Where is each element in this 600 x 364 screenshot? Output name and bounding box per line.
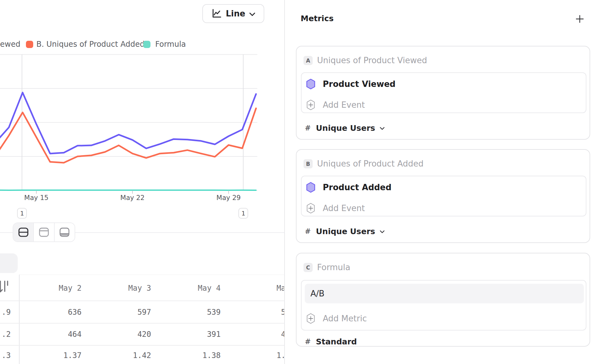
table-cell-partial: .3	[0, 351, 11, 360]
table-cell: 59	[227, 308, 284, 317]
hexagon-plus-icon[interactable]	[307, 203, 315, 214]
table-cell: 1.37	[18, 351, 82, 360]
metric-card-a: A Uniques of Product Viewed Product View…	[296, 46, 590, 140]
table-cell: 420	[88, 330, 151, 339]
metric-badge-a: A	[303, 56, 313, 65]
table-cell-partial: .2	[0, 330, 11, 339]
table-header[interactable]: May 3	[88, 284, 151, 293]
event-row[interactable]: Product Viewed	[323, 79, 395, 89]
chart-panel: Line ewed B. Uniques of Product Added Fo…	[0, 0, 284, 364]
layout-view-toggle	[13, 222, 75, 242]
formula-editor: A/B Add Metric	[301, 280, 586, 331]
event-list: Product Added Add Event	[301, 176, 586, 216]
series-line-1[interactable]	[0, 93, 256, 154]
truncated-chip[interactable]	[0, 253, 18, 273]
legend-item-a[interactable]: ewed	[0, 40, 20, 49]
add-event-button[interactable]: Add Event	[323, 203, 365, 214]
table-border	[0, 345, 284, 346]
table-cell-partial: .9	[0, 308, 11, 317]
chevron-down-icon	[249, 12, 255, 16]
event-list: Product Viewed Add Event	[301, 72, 586, 113]
toggle-split-rows[interactable]	[13, 223, 33, 241]
metrics-panel: Metrics A Uniques of Product Viewed Prod…	[284, 0, 600, 364]
toggle-top-panel[interactable]	[33, 223, 54, 241]
chart-gridlines	[0, 55, 257, 191]
table-cell: 391	[157, 330, 221, 339]
metric-title: Uniques of Product Added	[317, 159, 424, 168]
metric-title: Uniques of Product Viewed	[317, 56, 427, 65]
measurement-type[interactable]: # Standard	[305, 337, 357, 346]
legend-item-formula[interactable]: Formula	[155, 40, 186, 49]
legend-swatch-formula	[143, 41, 150, 48]
table-header[interactable]: May 4	[157, 284, 221, 293]
metric-badge-b: B	[303, 159, 313, 168]
chevron-down-icon	[380, 230, 385, 234]
chart-legend: ewed B. Uniques of Product Added Formula	[0, 40, 284, 49]
axis-tick	[132, 191, 133, 194]
axis-tick	[36, 191, 37, 194]
top-panel-icon	[38, 227, 50, 238]
metric-card-c: C Formula A/B Add Metric # Standard	[296, 253, 590, 347]
table-header[interactable]: May	[227, 284, 284, 293]
hash-icon: #	[305, 227, 311, 235]
add-metric-plus-button[interactable]	[575, 14, 585, 24]
line-chart-icon	[211, 8, 222, 19]
table-cell: 1.42	[88, 351, 151, 360]
split-rows-icon	[18, 227, 29, 238]
add-event-button[interactable]: Add Event	[323, 100, 365, 110]
annotation-badge[interactable]: 1	[238, 208, 248, 219]
formula-input[interactable]: A/B	[305, 284, 584, 303]
bottom-panel-icon	[59, 227, 70, 238]
event-row[interactable]: Product Added	[323, 182, 391, 193]
x-axis-label: May 15	[14, 194, 58, 202]
table-cell: 46	[227, 330, 284, 339]
axis-tick	[228, 191, 229, 194]
chart-type-button[interactable]: Line	[202, 4, 264, 23]
hexagon-icon	[306, 79, 315, 89]
hexagon-icon	[306, 182, 315, 193]
table-cell: 464	[18, 330, 82, 339]
hexagon-plus-icon[interactable]	[307, 313, 315, 324]
chart-series-lines	[0, 93, 256, 190]
annotation-badge[interactable]: 1	[17, 208, 27, 219]
table-border	[19, 275, 284, 275]
table-border	[0, 300, 284, 301]
table-cell: 597	[88, 308, 151, 317]
legend-swatch-b	[26, 41, 33, 48]
hexagon-plus-icon[interactable]	[307, 100, 315, 110]
chevron-down-icon	[380, 127, 385, 130]
add-metric-button[interactable]: Add Metric	[323, 313, 367, 324]
metrics-panel-title: Metrics	[301, 14, 334, 23]
metric-badge-c: C	[303, 263, 313, 272]
hash-icon: #	[305, 337, 311, 346]
series-line-2[interactable]	[0, 108, 256, 163]
table-cell: 1.38	[157, 351, 221, 360]
chart-type-label: Line	[226, 9, 245, 18]
table-cell: 636	[18, 308, 82, 317]
table-cell: 1.2	[227, 351, 284, 360]
x-axis-label: May 22	[110, 194, 155, 202]
table-cell: 539	[157, 308, 221, 317]
metric-title: Formula	[317, 263, 350, 272]
metric-card-b: B Uniques of Product Added Product Added…	[296, 149, 590, 243]
table-header[interactable]: May 2	[18, 284, 82, 293]
legend-item-b[interactable]: B. Uniques of Product Added	[36, 40, 145, 49]
table-border	[0, 323, 284, 324]
measurement-dropdown[interactable]: # Unique Users	[305, 123, 385, 133]
sort-descending-icon[interactable]	[0, 280, 10, 294]
x-axis-label: May 29	[206, 194, 251, 202]
line-chart	[0, 54, 257, 193]
measurement-dropdown[interactable]: # Unique Users	[305, 227, 385, 236]
toggle-bottom-panel[interactable]	[55, 223, 75, 241]
hash-icon: #	[305, 124, 311, 132]
